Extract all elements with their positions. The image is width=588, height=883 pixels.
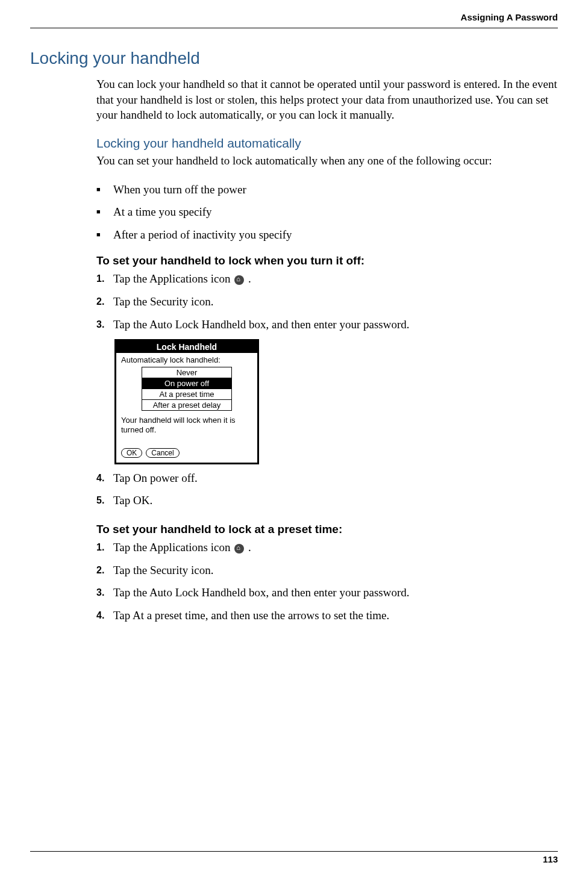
list-item: After a period of inactivity you specify [96,227,558,243]
procedure1-steps-cont: Tap On power off. Tap OK. [96,470,558,508]
list-item: Tap the Auto Lock Handheld box, and then… [96,317,558,332]
dialog-buttons: OK Cancel [121,448,252,458]
list-item: Tap the Auto Lock Handheld box, and then… [96,585,558,601]
auto-lock-title: Locking your handheld automatically [96,136,558,151]
list-item: Tap At a preset time, and then use the a… [96,608,558,623]
applications-icon [234,544,244,554]
auto-lock-bullets: When you turn off the power At a time yo… [96,182,558,243]
dialog-body: Automatically lock handheld: Never On po… [116,353,257,462]
list-item: Tap the Security icon. [96,563,558,578]
list-item: Tap the Applications icon . [96,271,558,287]
procedure1-title: To set your handheld to lock when you tu… [96,254,558,267]
list-item: Tap the Security icon. [96,294,558,310]
cancel-button[interactable]: Cancel [146,448,179,458]
option-never[interactable]: Never [142,367,231,378]
dialog-screenshot: Lock Handheld Automatically lock handhel… [114,339,558,464]
list-item: At a time you specify [96,204,558,220]
lock-handheld-dialog: Lock Handheld Automatically lock handhel… [114,339,259,464]
section-title: Locking your handheld [30,49,558,68]
page-content: Locking your handheld You can lock your … [0,28,588,623]
procedure1-steps: Tap the Applications icon . Tap the Secu… [96,271,558,332]
dialog-hint: Your handheld will lock when it is turne… [121,416,252,434]
list-item: Tap OK. [96,493,558,508]
step-text: Tap the Applications icon [113,272,233,285]
auto-lock-intro: You can set your handheld to lock automa… [96,153,558,169]
applications-icon [234,275,244,285]
ok-button[interactable]: OK [121,448,142,458]
lock-option-group: Never On power off At a preset time Afte… [142,367,232,411]
list-item: When you turn off the power [96,182,558,198]
list-item: Tap On power off. [96,470,558,486]
option-power-off[interactable]: On power off [142,378,231,389]
list-item: Tap the Applications icon . [96,540,558,555]
page-header: Assigning A Password [30,0,558,28]
dialog-label: Automatically lock handheld: [121,355,252,364]
header-section-name: Assigning A Password [461,12,558,22]
procedure2-steps: Tap the Applications icon . Tap the Secu… [96,540,558,623]
page-number: 113 [543,854,558,864]
dialog-title: Lock Handheld [116,341,257,353]
procedure2-title: To set your handheld to lock at a preset… [96,523,558,536]
page-footer: 113 [30,851,558,865]
option-preset-delay[interactable]: After a preset delay [142,400,231,410]
intro-paragraph: You can lock your handheld so that it ca… [96,76,558,123]
step-text: Tap the Applications icon [113,541,233,554]
option-preset-time[interactable]: At a preset time [142,389,231,400]
